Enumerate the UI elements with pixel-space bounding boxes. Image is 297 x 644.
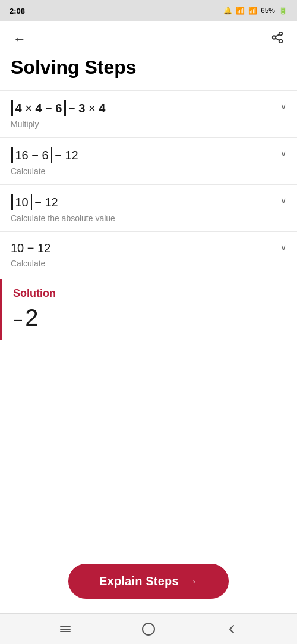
chevron-icon-4[interactable]: ∨ xyxy=(280,243,286,252)
abs-pipe-close-3 xyxy=(31,194,33,210)
explain-btn-label: Explain Steps xyxy=(99,574,179,588)
step3-expression: 10 − 12 xyxy=(11,194,58,210)
spacer xyxy=(0,446,297,552)
signal-icon: 📶 xyxy=(248,7,257,15)
step4-desc: Calculate xyxy=(11,259,286,268)
nav-menu-icon[interactable] xyxy=(58,622,72,636)
step1-expression: 4 × 4 − 6 − 3 × 4 xyxy=(11,100,105,116)
step-row[interactable]: 16 − 6 − 12 Calculate ∨ xyxy=(0,137,297,184)
svg-line-4 xyxy=(276,34,279,37)
solution-number: 2 xyxy=(25,304,38,331)
step2-expression: 16 − 6 − 12 xyxy=(11,147,78,163)
solution-label: Solution xyxy=(13,287,286,300)
solution-section: Solution − 2 xyxy=(0,279,297,340)
battery-text: 65% xyxy=(261,7,275,15)
step4-expression: 10 − 12 xyxy=(11,241,50,255)
abs-pipe-close-2 xyxy=(51,147,53,163)
bottom-nav xyxy=(0,613,297,644)
chevron-icon-3[interactable]: ∨ xyxy=(280,196,286,205)
wifi-icon: 📶 xyxy=(236,7,245,15)
back-button[interactable]: ← xyxy=(11,29,29,49)
battery-icon: 🔋 xyxy=(279,7,287,15)
chevron-icon-1[interactable]: ∨ xyxy=(280,102,286,111)
step2-rest: − 12 xyxy=(55,149,78,162)
explain-steps-button[interactable]: Explain Steps → xyxy=(68,564,229,599)
explain-btn-container: Explain Steps → xyxy=(0,552,297,613)
solution-minus: − xyxy=(13,311,23,330)
step3-expr-text: 10 xyxy=(15,196,29,209)
main-content: 4 × 4 − 6 − 3 × 4 Multiply ∨ 16 − 6 − 12… xyxy=(0,90,297,446)
share-button[interactable] xyxy=(268,29,286,49)
abs-pipe-close-1 xyxy=(64,100,66,116)
status-icons: 🔔 📶 📶 65% 🔋 xyxy=(223,7,287,15)
svg-line-3 xyxy=(276,38,279,40)
status-bar: 2:08 🔔 📶 📶 65% 🔋 xyxy=(0,0,297,21)
page-title: Solving Steps xyxy=(0,54,297,90)
explain-arrow-icon: → xyxy=(186,574,198,588)
chevron-icon-2[interactable]: ∨ xyxy=(280,149,286,158)
step3-rest: − 12 xyxy=(34,196,58,209)
abs-pipe-open-3 xyxy=(11,194,13,210)
solution-value: − 2 xyxy=(13,304,286,331)
top-nav: ← xyxy=(0,21,297,54)
nav-home-icon[interactable] xyxy=(141,622,156,636)
alarm-icon: 🔔 xyxy=(223,7,232,15)
nav-back-icon[interactable] xyxy=(225,622,239,636)
step3-desc: Calculate the absolute value xyxy=(11,213,286,223)
abs-pipe-open-1 xyxy=(11,100,13,116)
step2-expr-text: 16 − 6 xyxy=(15,149,49,162)
step2-desc: Calculate xyxy=(11,167,286,176)
abs-pipe-open-2 xyxy=(11,147,13,163)
step-row[interactable]: 10 − 12 Calculate the absolute value ∨ xyxy=(0,184,297,231)
status-time: 2:08 xyxy=(10,7,25,15)
step-row[interactable]: 10 − 12 Calculate ∨ xyxy=(0,231,297,277)
step-row[interactable]: 4 × 4 − 6 − 3 × 4 Multiply ∨ xyxy=(0,90,297,137)
svg-point-8 xyxy=(143,623,154,635)
step1-desc: Multiply xyxy=(11,120,286,129)
step1-rest: − 3 × 4 xyxy=(68,102,105,115)
step4-expr-text: 10 − 12 xyxy=(11,241,50,255)
step1-expr-text: 4 × 4 − 6 xyxy=(15,102,62,115)
